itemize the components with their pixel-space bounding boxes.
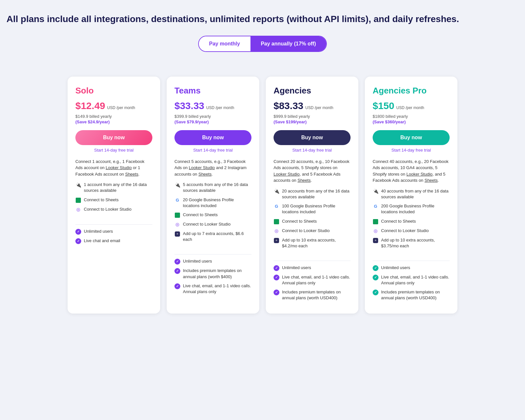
- save-label: (Save $24.9/year): [75, 119, 152, 124]
- plans-grid: Solo $12.49 USD /per month $149.9 billed…: [68, 77, 457, 314]
- check-list: Unlimited users Live chat, email, and 1-…: [373, 265, 450, 304]
- price-row: $150 USD /per month: [373, 100, 450, 111]
- plan-name: Teams: [174, 86, 251, 96]
- looker-icon: ◎: [174, 222, 180, 228]
- plan-card-teams: Teams $33.33 USD /per month $399.9 bille…: [167, 77, 259, 314]
- check-item: Live chat, email, and 1-1 video calls. A…: [373, 274, 450, 286]
- billed-yearly: $1800 billed yearly: [373, 114, 450, 119]
- check-item: Includes premium templates on annual pla…: [174, 268, 251, 279]
- check-icon: [75, 229, 81, 235]
- plan-card-solo: Solo $12.49 USD /per month $149.9 billed…: [68, 77, 160, 314]
- sheets-icon: [174, 212, 180, 218]
- plus-icon: +: [174, 231, 180, 237]
- buy-button[interactable]: Buy now: [75, 130, 152, 145]
- feature-item: 🔌1 account from any of the 16 data sourc…: [75, 182, 152, 193]
- check-list: Unlimited users Live chat, email, and 1-…: [274, 265, 351, 304]
- buy-button[interactable]: Buy now: [174, 130, 251, 145]
- feature-item: 🔌20 accounts from any of the 16 data sou…: [274, 188, 351, 200]
- price-row: $83.33 USD /per month: [274, 100, 351, 111]
- plan-name: Agencies: [274, 86, 351, 96]
- feature-item: +Add up to 10 extra accounts, $4.2/mo ea…: [274, 237, 351, 249]
- feature-item: G200 Google Business Profile locations i…: [373, 203, 450, 215]
- price-amount: $12.49: [75, 100, 105, 111]
- check-item: Live chat and email: [75, 238, 152, 244]
- check-list: Unlimited users Includes premium templat…: [174, 258, 251, 298]
- feature-item: G20 Google Business Profile locations in…: [174, 197, 251, 209]
- feature-list: 🔌20 accounts from any of the 16 data sou…: [274, 188, 351, 252]
- feature-item: 🔌40 accounts from any of the 16 data sou…: [373, 188, 450, 200]
- page-title: All plans include all integrations, dest…: [6, 13, 519, 25]
- feature-item: Connect to Sheets: [373, 218, 450, 225]
- feature-item: Connect to Sheets: [274, 218, 351, 225]
- plan-card-agencies: Agencies $83.33 USD /per month $999.9 bi…: [266, 77, 358, 314]
- buy-button[interactable]: Buy now: [373, 130, 450, 145]
- check-icon: [274, 290, 279, 295]
- free-trial-link[interactable]: Start 14-day free trial: [373, 148, 450, 153]
- plug-icon: 🔌: [174, 182, 180, 188]
- free-trial-link[interactable]: Start 14-day free trial: [274, 148, 351, 153]
- check-item: Includes premium templates on annual pla…: [373, 289, 450, 301]
- plan-card-agencies-pro: Agencies Pro $150 USD /per month $1800 b…: [365, 77, 457, 314]
- free-trial-link[interactable]: Start 14-day free trial: [75, 148, 152, 153]
- feature-item: +Add up to 7 extra accounts, $6.6 each: [174, 231, 251, 242]
- check-icon: [274, 265, 279, 271]
- price-row: $33.33 USD /per month: [174, 100, 251, 111]
- sheets-icon: [274, 219, 279, 225]
- price-amount: $33.33: [174, 100, 204, 111]
- check-icon: [274, 275, 279, 280]
- check-item: Unlimited users: [75, 229, 152, 235]
- buy-button[interactable]: Buy now: [274, 130, 351, 145]
- billed-yearly: $399.9 billed yearly: [174, 114, 251, 119]
- connect-text: Connect 1 account, e.g., 1 Facebook Ads …: [75, 158, 152, 178]
- price-amount: $150: [373, 100, 394, 111]
- price-meta: USD /per month: [107, 105, 135, 110]
- billing-toggle[interactable]: Pay monthly Pay annually (17% off): [198, 36, 327, 52]
- check-icon: [373, 275, 378, 280]
- save-label: (Save $360/year): [373, 119, 450, 124]
- check-icon: [373, 290, 378, 295]
- free-trial-link[interactable]: Start 14-day free trial: [174, 148, 251, 153]
- feature-item: 🔌5 accounts from any of the 16 data sour…: [174, 182, 251, 193]
- check-list: Unlimited users Live chat and email: [75, 229, 152, 247]
- check-item: Unlimited users: [274, 265, 351, 271]
- divider: [274, 261, 351, 261]
- pay-monthly-button[interactable]: Pay monthly: [199, 36, 250, 51]
- looker-icon: ◎: [373, 228, 378, 234]
- plan-name: Agencies Pro: [373, 86, 450, 96]
- divider: [373, 261, 450, 261]
- check-icon: [75, 238, 81, 244]
- save-label: (Save $79.9/year): [174, 119, 251, 124]
- feature-item: ◎Connect to Looker Studio: [174, 221, 251, 228]
- page-header: All plans include all integrations, dest…: [6, 13, 519, 25]
- feature-list: 🔌5 accounts from any of the 16 data sour…: [174, 182, 251, 246]
- connect-text: Connect 40 accounts, e.g., 20 Facebook A…: [373, 158, 450, 184]
- check-item: Live chat, email, and 1-1 video calls. A…: [174, 283, 251, 295]
- feature-list: 🔌1 account from any of the 16 data sourc…: [75, 182, 152, 216]
- plus-icon: +: [274, 238, 279, 243]
- price-row: $12.49 USD /per month: [75, 100, 152, 111]
- feature-item: G100 Google Business Profile locations i…: [274, 203, 351, 215]
- price-meta: USD /per month: [206, 105, 234, 110]
- connect-text: Connect 5 accounts, e.g., 3 Facebook Ads…: [174, 158, 251, 178]
- plan-name: Solo: [75, 86, 152, 96]
- billed-yearly: $149.9 billed yearly: [75, 114, 152, 119]
- check-item: Live chat, email, and 1-1 video calls. A…: [274, 274, 351, 286]
- plus-icon: +: [373, 238, 378, 243]
- feature-item: Connect to Sheets: [75, 197, 152, 203]
- divider: [75, 224, 152, 225]
- feature-item: ◎Connect to Looker Studio: [373, 228, 450, 234]
- plug-icon: 🔌: [75, 182, 81, 188]
- feature-list: 🔌40 accounts from any of the 16 data sou…: [373, 188, 450, 252]
- check-item: Unlimited users: [373, 265, 450, 271]
- sheets-icon: [75, 197, 81, 203]
- price-meta: USD /per month: [396, 105, 424, 110]
- check-icon: [373, 265, 378, 271]
- looker-icon: ◎: [274, 228, 279, 234]
- divider: [174, 254, 251, 254]
- check-item: Unlimited users: [174, 258, 251, 265]
- looker-icon: ◎: [75, 207, 81, 213]
- feature-item: Connect to Sheets: [174, 212, 251, 218]
- pay-annually-button[interactable]: Pay annually (17% off): [250, 36, 327, 51]
- check-icon: [174, 268, 180, 274]
- feature-item: +Add up to 10 extra accounts, $3.75/mo e…: [373, 237, 450, 249]
